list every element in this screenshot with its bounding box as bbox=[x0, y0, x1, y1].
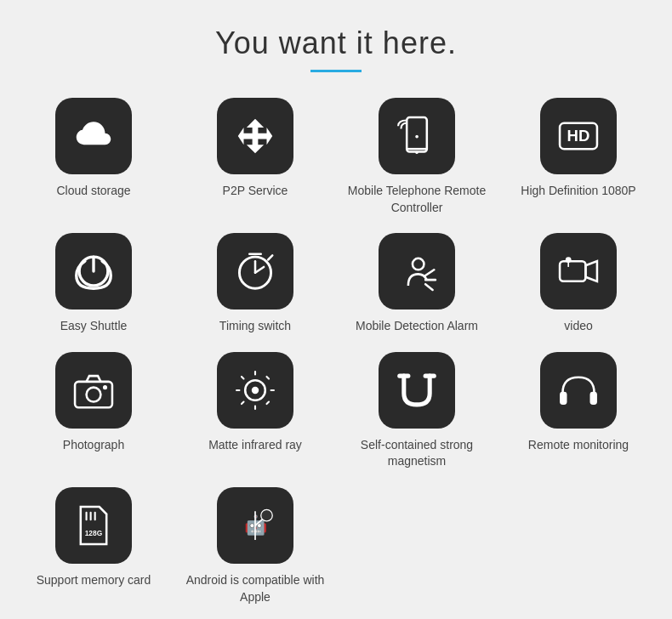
svg-text:HD: HD bbox=[567, 127, 590, 145]
video-label: video bbox=[564, 318, 592, 335]
feature-item-cloud-storage: Cloud storage bbox=[17, 98, 170, 216]
feature-item-infrared: Matte infrared ray bbox=[179, 352, 332, 470]
svg-rect-24 bbox=[590, 391, 597, 404]
svg-line-10 bbox=[268, 256, 272, 260]
svg-point-14 bbox=[566, 257, 572, 263]
photograph-icon bbox=[55, 352, 132, 429]
infrared-label: Matte infrared ray bbox=[208, 437, 302, 454]
magnet-label: Self-contained strong magnetism bbox=[340, 437, 493, 470]
android-apple-icon: 🤖 bbox=[217, 487, 293, 564]
feature-item-timing-switch: Timing switch bbox=[179, 233, 332, 335]
features-grid: Cloud storageP2P Service●Mobile Telephon… bbox=[17, 98, 655, 605]
feature-item-mobile-telephone: ●Mobile Telephone Remote Controller bbox=[340, 98, 493, 216]
svg-point-17 bbox=[87, 387, 101, 401]
feature-item-hd: HDHigh Definition 1080P bbox=[502, 98, 655, 216]
hd-icon: HD bbox=[540, 98, 617, 174]
svg-point-20 bbox=[252, 387, 259, 394]
feature-item-p2p-service: P2P Service bbox=[179, 98, 332, 216]
feature-item-easy-shuttle: Easy Shuttle bbox=[17, 233, 170, 335]
svg-text:●: ● bbox=[414, 132, 419, 140]
svg-point-2 bbox=[415, 151, 418, 154]
cloud-storage-icon bbox=[55, 98, 132, 174]
timing-switch-icon bbox=[217, 233, 293, 310]
feature-item-android-apple: 🤖Android is compatible with Apple bbox=[179, 487, 332, 605]
svg-rect-16 bbox=[75, 382, 112, 407]
svg-marker-13 bbox=[585, 261, 597, 281]
android-apple-label: Android is compatible with Apple bbox=[179, 572, 332, 605]
easy-shuttle-label: Easy Shuttle bbox=[60, 318, 128, 335]
feature-item-memory-card: 128GSupport memory card bbox=[17, 487, 170, 605]
video-icon bbox=[540, 233, 617, 310]
feature-item-magnet: Self-contained strong magnetism bbox=[340, 352, 493, 470]
page-title: You want it here. bbox=[215, 26, 457, 61]
feature-item-photograph: Photograph bbox=[17, 352, 170, 470]
cloud-storage-label: Cloud storage bbox=[56, 183, 130, 200]
timing-switch-label: Timing switch bbox=[219, 318, 291, 335]
infrared-icon bbox=[217, 352, 293, 429]
memory-card-icon: 128G bbox=[55, 487, 132, 564]
svg-rect-12 bbox=[560, 261, 585, 281]
svg-point-18 bbox=[103, 385, 107, 389]
title-underline bbox=[310, 70, 362, 72]
feature-item-video: video bbox=[502, 233, 655, 335]
photograph-label: Photograph bbox=[63, 437, 124, 454]
feature-item-remote-monitoring: Remote monitoring bbox=[502, 352, 655, 470]
memory-card-label: Support memory card bbox=[37, 572, 151, 589]
svg-point-32 bbox=[261, 509, 273, 521]
mobile-detection-label: Mobile Detection Alarm bbox=[356, 318, 478, 335]
mobile-detection-icon bbox=[379, 233, 455, 310]
p2p-service-label: P2P Service bbox=[223, 183, 288, 200]
magnet-icon bbox=[379, 352, 455, 429]
remote-monitoring-icon bbox=[540, 352, 617, 429]
easy-shuttle-icon bbox=[55, 233, 132, 310]
feature-item-mobile-detection: Mobile Detection Alarm bbox=[340, 233, 493, 335]
mobile-telephone-label: Mobile Telephone Remote Controller bbox=[340, 183, 493, 216]
remote-monitoring-label: Remote monitoring bbox=[528, 437, 629, 454]
mobile-telephone-icon: ● bbox=[379, 98, 455, 174]
hd-label: High Definition 1080P bbox=[521, 183, 635, 200]
svg-rect-23 bbox=[560, 391, 567, 404]
svg-point-11 bbox=[413, 258, 424, 270]
p2p-service-icon bbox=[217, 98, 293, 174]
svg-text:128G: 128G bbox=[85, 529, 103, 537]
